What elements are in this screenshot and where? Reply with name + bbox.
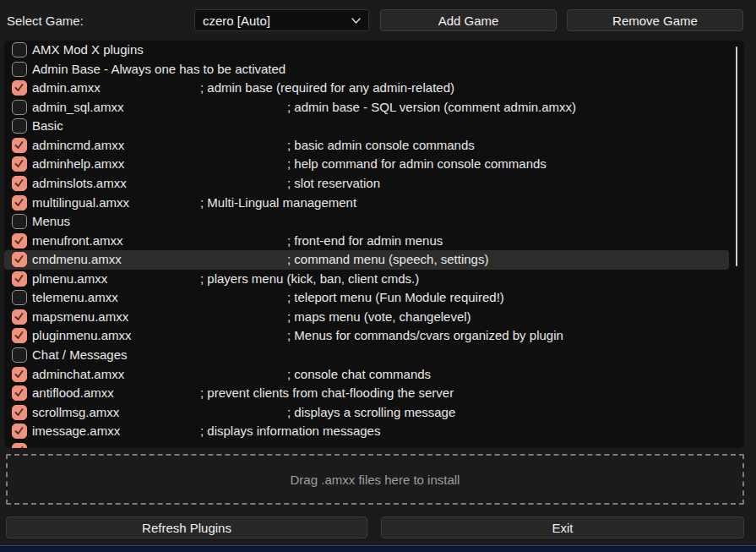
plugin-row[interactable]: plmenu.amxx ; players menu (kick, ban, c…: [4, 270, 744, 289]
checkmark-icon: [14, 387, 24, 398]
checkmark-icon: [14, 273, 24, 284]
plugin-name: multilingual.amxx: [32, 195, 129, 210]
plugin-comment: ; maps menu (vote, changelevel): [287, 309, 471, 324]
plugin-name: admin_sql.amxx: [32, 100, 123, 114]
plugin-name: imessage.amxx: [32, 424, 120, 438]
plugin-checkbox[interactable]: [12, 100, 27, 115]
plugin-row[interactable]: telemenu.amxx ; teleport menu (Fun Modul…: [4, 288, 744, 308]
plugin-checkbox[interactable]: [12, 176, 27, 191]
plugin-checkbox[interactable]: [12, 328, 27, 343]
plugin-name: mapsmenu.amxx: [32, 309, 128, 324]
plugin-row[interactable]: Admin Base - Always one has to be activa…: [4, 60, 744, 79]
plugin-comment: ; admin base - SQL version (comment admi…: [287, 100, 576, 114]
plugin-checkbox[interactable]: [12, 62, 27, 77]
plugin-row[interactable]: Menus: [4, 212, 744, 232]
plugin-checkbox[interactable]: [12, 309, 27, 325]
plugin-comment: ; help command for admin console command…: [287, 156, 547, 171]
checkmark-icon: [14, 82, 24, 93]
refresh-plugins-button[interactable]: Refresh Plugins: [6, 516, 367, 538]
plugin-name: Chat / Messages: [32, 347, 128, 362]
checkmark-icon: [14, 369, 24, 380]
plugin-checkbox[interactable]: [12, 443, 27, 448]
plugin-name: telemenu.amxx: [32, 290, 118, 304]
checkmark-icon: [14, 254, 24, 265]
add-game-button[interactable]: Add Game: [380, 9, 557, 31]
checkmark-icon: [14, 158, 24, 169]
plugin-row[interactable]: [4, 441, 744, 448]
plugin-row[interactable]: Basic: [4, 117, 744, 136]
plugin-row[interactable]: admincmd.amxx ; basic admin console comm…: [4, 136, 744, 156]
dropzone-label: Drag .amxx files here to install: [291, 473, 460, 487]
plugin-checkbox[interactable]: [12, 367, 27, 382]
plugin-comment: ; players menu (kick, ban, client cmds.): [200, 271, 419, 286]
plugin-checkbox[interactable]: [12, 118, 27, 134]
game-dropdown[interactable]: czero [Auto]: [194, 9, 369, 31]
topbar: Select Game: czero [Auto] Add Game Remov…: [0, 0, 756, 41]
plugin-name: scrollmsg.amxx: [32, 405, 119, 419]
plugin-comment: ; command menu (speech, settings): [287, 252, 488, 266]
checkmark-icon: [14, 235, 24, 246]
plugin-checkbox[interactable]: [12, 195, 27, 210]
plugin-name: adminhelp.amxx: [32, 156, 124, 171]
plugin-checkbox[interactable]: [12, 233, 27, 249]
plugin-checkbox[interactable]: [12, 80, 27, 96]
checkmark-icon: [14, 197, 24, 208]
plugin-row[interactable]: multilingual.amxx ; Multi-Lingual manage…: [4, 194, 744, 213]
checkmark-icon: [14, 407, 24, 418]
select-game-label: Select Game:: [7, 14, 84, 28]
checkmark-icon: [14, 330, 24, 341]
bottombar: Refresh Plugins Exit: [0, 511, 756, 545]
plugin-row[interactable]: adminhelp.amxx ; help command for admin …: [4, 155, 744, 174]
plugin-checkbox[interactable]: [12, 347, 27, 363]
plugin-name: Basic: [32, 118, 63, 133]
plugin-comment: ; displays information messages: [200, 424, 380, 438]
game-dropdown-value: czero [Auto]: [203, 14, 270, 28]
plugin-row[interactable]: Chat / Messages: [4, 346, 744, 365]
plugin-checkbox[interactable]: [12, 424, 27, 439]
plugin-row[interactable]: imessage.amxx ; displays information mes…: [4, 422, 744, 441]
plugin-checkbox[interactable]: [12, 214, 27, 229]
plugin-row[interactable]: antiflood.amxx ; prevent clients from ch…: [4, 384, 744, 403]
plugin-comment: ; prevent clients from chat-flooding the…: [200, 385, 454, 400]
plugin-name: adminchat.amxx: [32, 367, 124, 381]
plugin-row[interactable]: scrollmsg.amxx ; displays a scrolling me…: [4, 403, 744, 423]
dropzone[interactable]: Drag .amxx files here to install: [6, 454, 744, 505]
plugin-row[interactable]: mapsmenu.amxx ; maps menu (vote, changel…: [4, 308, 744, 327]
plugin-checkbox[interactable]: [12, 156, 27, 172]
plugin-name: antiflood.amxx: [32, 385, 114, 400]
plugin-comment: ; Menus for commands/cvars organized by …: [287, 328, 563, 342]
exit-button[interactable]: Exit: [381, 516, 744, 538]
plugin-row[interactable]: pluginmenu.amxx ; Menus for commands/cva…: [4, 326, 744, 346]
plugin-name: adminslots.amxx: [32, 176, 127, 190]
plugin-comment: ; teleport menu (Fun Module required!): [287, 290, 504, 304]
plugin-comment: ; console chat commands: [287, 367, 431, 381]
plugin-row[interactable]: admin_sql.amxx ; admin base - SQL versio…: [4, 98, 744, 118]
plugin-name: AMX Mod X plugins: [32, 42, 144, 57]
plugin-name: menufront.amxx: [32, 233, 123, 248]
plugin-comment: ; slot reservation: [287, 176, 380, 190]
plugin-name: pluginmenu.amxx: [32, 328, 132, 342]
plugin-name: admin.amxx: [32, 80, 101, 95]
plugin-name: plmenu.amxx: [32, 271, 107, 286]
checkmark-icon: [14, 178, 24, 189]
plugin-name: admincmd.amxx: [32, 138, 124, 152]
plugin-row[interactable]: adminslots.amxx ; slot reservation: [4, 174, 744, 194]
plugin-name: Admin Base - Always one has to be activa…: [32, 62, 286, 76]
plugin-checkbox[interactable]: [12, 252, 27, 267]
plugin-checkbox[interactable]: [12, 405, 27, 420]
plugin-checkbox[interactable]: [12, 271, 27, 287]
plugin-row[interactable]: menufront.amxx ; front-end for admin men…: [4, 232, 744, 251]
plugin-row[interactable]: cmdmenu.amxx ; command menu (speech, set…: [4, 250, 729, 270]
checkmark-icon: [14, 445, 24, 448]
chevron-down-icon: [351, 18, 361, 24]
plugin-checkbox[interactable]: [12, 290, 27, 305]
bottom-edge-strip: [0, 545, 756, 552]
plugin-checkbox[interactable]: [12, 42, 27, 57]
plugin-comment: ; admin base (required for any admin-rel…: [200, 80, 454, 95]
plugin-checkbox[interactable]: [12, 138, 27, 153]
plugin-row[interactable]: AMX Mod X plugins: [4, 41, 744, 60]
plugin-row[interactable]: admin.amxx ; admin base (required for an…: [4, 79, 744, 98]
remove-game-button[interactable]: Remove Game: [567, 9, 743, 31]
plugin-row[interactable]: adminchat.amxx ; console chat commands: [4, 365, 744, 385]
plugin-checkbox[interactable]: [12, 385, 27, 401]
